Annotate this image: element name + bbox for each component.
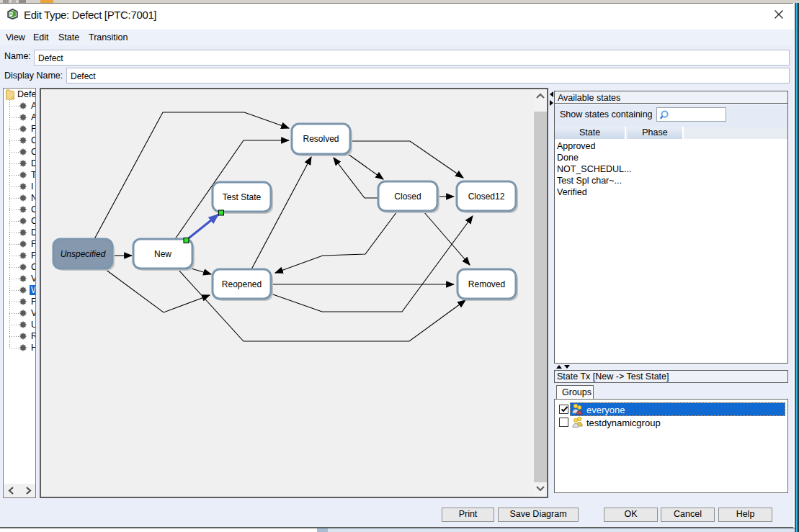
svg-text:Closed12: Closed12 <box>468 191 505 202</box>
svg-text:Test State: Test State <box>223 192 262 202</box>
svg-text:Resolved: Resolved <box>303 134 339 144</box>
svg-text:Reopened: Reopened <box>222 279 262 289</box>
svg-text:Removed: Removed <box>468 279 505 289</box>
svg-text:New: New <box>154 249 171 259</box>
svg-text:Closed: Closed <box>394 191 421 202</box>
svg-text:Unspecified: Unspecified <box>61 249 106 259</box>
